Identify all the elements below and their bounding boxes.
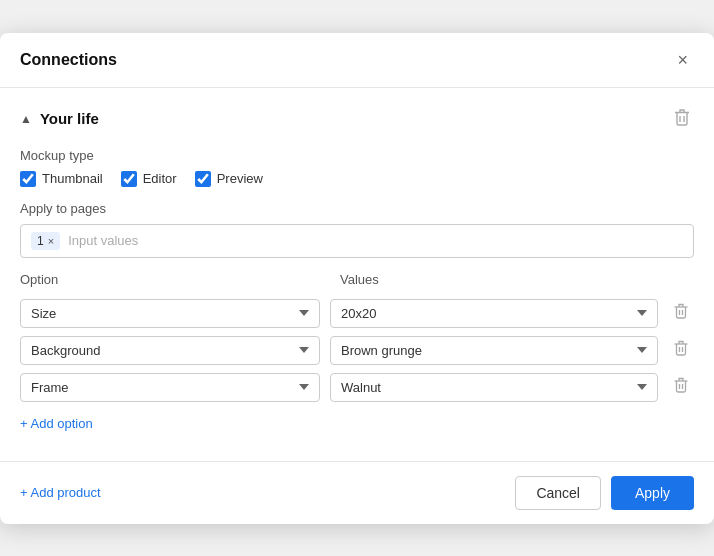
- option-row-0: Size Background Frame 20x20 40x40: [20, 299, 694, 328]
- section-header: ▲ Your life: [20, 104, 694, 134]
- mockup-type-label: Mockup type: [20, 148, 694, 163]
- options-header: Option Values: [20, 272, 694, 291]
- footer-actions: Cancel Apply: [515, 476, 694, 510]
- value-select-1[interactable]: Brown grunge White Black: [330, 336, 658, 365]
- mockup-type-checkboxes: Thumbnail Editor Preview: [20, 171, 694, 187]
- option-select-2[interactable]: Size Background Frame: [20, 373, 320, 402]
- connections-modal: Connections × ▲ Your life Mockup type: [0, 33, 714, 524]
- preview-label: Preview: [217, 171, 263, 186]
- option-row-1: Size Background Frame Brown grunge White…: [20, 336, 694, 365]
- section-delete-button[interactable]: [670, 104, 694, 134]
- add-product-button[interactable]: + Add product: [20, 481, 101, 504]
- value-select-2[interactable]: Walnut Oak Pine: [330, 373, 658, 402]
- page-tag: 1 ×: [31, 232, 60, 250]
- mockup-type-group: Mockup type Thumbnail Editor Preview: [20, 148, 694, 187]
- chevron-icon[interactable]: ▲: [20, 112, 32, 126]
- option-column-header: Option: [20, 272, 340, 287]
- thumbnail-label: Thumbnail: [42, 171, 103, 186]
- tag-value: 1: [37, 234, 44, 248]
- value-select-0[interactable]: 20x20 40x40: [330, 299, 658, 328]
- option-row-2: Size Background Frame Walnut Oak Pine: [20, 373, 694, 402]
- option-select-0[interactable]: Size Background Frame: [20, 299, 320, 328]
- cancel-button[interactable]: Cancel: [515, 476, 601, 510]
- editor-checkbox[interactable]: Editor: [121, 171, 177, 187]
- row-delete-button-2[interactable]: [668, 373, 694, 401]
- option-select-1[interactable]: Size Background Frame: [20, 336, 320, 365]
- modal-body: ▲ Your life Mockup type Thumbnail: [0, 88, 714, 451]
- preview-checkbox[interactable]: Preview: [195, 171, 263, 187]
- preview-input[interactable]: [195, 171, 211, 187]
- pages-input[interactable]: 1 × Input values: [20, 224, 694, 258]
- modal-title: Connections: [20, 51, 117, 69]
- editor-label: Editor: [143, 171, 177, 186]
- thumbnail-input[interactable]: [20, 171, 36, 187]
- apply-button[interactable]: Apply: [611, 476, 694, 510]
- row-delete-button-1[interactable]: [668, 336, 694, 364]
- thumbnail-checkbox[interactable]: Thumbnail: [20, 171, 103, 187]
- row-delete-button-0[interactable]: [668, 299, 694, 327]
- tag-close-icon[interactable]: ×: [48, 235, 54, 247]
- apply-to-pages-label: Apply to pages: [20, 201, 694, 216]
- section-title-row: ▲ Your life: [20, 110, 99, 127]
- add-option-button[interactable]: + Add option: [20, 412, 93, 435]
- modal-footer: + Add product Cancel Apply: [0, 461, 714, 524]
- pages-placeholder: Input values: [68, 233, 138, 248]
- editor-input[interactable]: [121, 171, 137, 187]
- modal-header: Connections ×: [0, 33, 714, 88]
- section-title: Your life: [40, 110, 99, 127]
- close-button[interactable]: ×: [671, 49, 694, 71]
- apply-to-pages-group: Apply to pages 1 × Input values: [20, 201, 694, 258]
- values-column-header: Values: [340, 272, 694, 287]
